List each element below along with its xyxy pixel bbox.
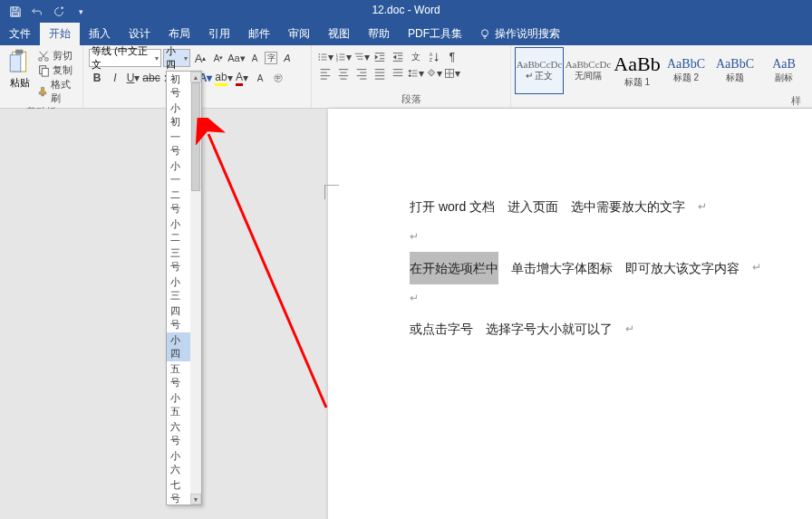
size-option[interactable]: 小五 xyxy=(167,390,190,419)
line-spacing-button[interactable]: ▾ xyxy=(408,65,424,82)
enclose-chars-button[interactable]: ㊥ xyxy=(270,70,286,86)
increase-indent-button[interactable] xyxy=(390,49,406,65)
text-line: ↵ xyxy=(410,223,763,251)
strikethrough-button[interactable]: abc xyxy=(143,70,160,86)
cut-button[interactable]: 剪切 xyxy=(37,49,77,62)
svg-rect-8 xyxy=(42,94,44,96)
font-name-combo[interactable]: 等线 (中文正文▾ xyxy=(89,49,161,67)
justify-button[interactable] xyxy=(372,65,388,82)
size-option[interactable]: 小三 xyxy=(167,274,190,303)
size-option[interactable]: 小四 xyxy=(167,332,190,361)
copy-button[interactable]: 复制 xyxy=(37,63,77,77)
tab-file[interactable]: 文件 xyxy=(0,23,40,45)
undo-icon[interactable] xyxy=(29,4,45,20)
change-case-button[interactable]: Aa▾ xyxy=(228,50,245,66)
tab-home[interactable]: 开始 xyxy=(40,23,80,45)
tab-mailings[interactable]: 邮件 xyxy=(239,23,279,45)
char-border-button[interactable]: 字 xyxy=(265,52,277,64)
underline-button[interactable]: U▾ xyxy=(125,70,141,86)
size-option[interactable]: 小六 xyxy=(167,448,190,477)
style-item[interactable]: AaBbC标题 2 xyxy=(662,47,710,94)
styles-gallery[interactable]: AaBbCcDc↵ 正文AaBbCcDc无间隔AaBb标题 1AaBbC标题 2… xyxy=(515,47,808,94)
text-line[interactable]: 或点击字号 选择字号大小就可以了↵ xyxy=(410,312,763,345)
size-option[interactable]: 初号 xyxy=(167,72,190,101)
text-line[interactable]: 在开始选项栏中 单击增大字体图标 即可放大该文字内容 ↵ xyxy=(410,252,763,284)
size-option[interactable]: 一号 xyxy=(167,130,190,159)
size-option[interactable]: 七号 xyxy=(167,477,190,505)
svg-rect-7 xyxy=(43,68,49,76)
distributed-button[interactable] xyxy=(390,65,406,82)
multilevel-list-button[interactable]: ▾ xyxy=(353,49,370,65)
align-right-button[interactable] xyxy=(353,65,370,82)
size-option[interactable]: 五号 xyxy=(167,361,190,390)
clear-formatting-button[interactable]: A xyxy=(279,50,295,66)
style-item[interactable]: AaBbCcDc↵ 正文 xyxy=(515,47,564,94)
size-option[interactable]: 小初 xyxy=(167,101,190,130)
page[interactable]: 打开 word 文档 进入页面 选中需要放大的文字 ↵ ↵ 在开始选项栏中 单击… xyxy=(328,109,812,519)
qat-dropdown-icon[interactable]: ▾ xyxy=(72,4,89,20)
size-option[interactable]: 三号 xyxy=(167,245,190,274)
svg-rect-3 xyxy=(10,55,21,72)
selected-text[interactable]: 在开始选项栏中 xyxy=(410,252,498,284)
size-option[interactable]: 四号 xyxy=(167,303,190,332)
group-styles: AaBbCcDc↵ 正文AaBbCcDc无间隔AaBb标题 1AaBbC标题 2… xyxy=(511,45,812,108)
size-option[interactable]: 六号 xyxy=(167,419,190,448)
chevron-down-icon: ▾ xyxy=(155,54,159,62)
lightbulb-icon xyxy=(478,28,491,41)
style-item[interactable]: AaBbC标题 xyxy=(710,47,759,94)
paste-button[interactable]: 粘贴 xyxy=(4,47,35,91)
scroll-track[interactable] xyxy=(190,82,201,494)
brush-icon xyxy=(37,85,48,98)
svg-point-5 xyxy=(45,57,49,61)
shrink-font-button[interactable]: A▾ xyxy=(210,50,227,66)
para-mark-icon: ↵ xyxy=(410,223,419,251)
scrollbar[interactable]: ▲ ▼ xyxy=(190,72,201,505)
font-size-combo[interactable]: 小四▾ xyxy=(163,49,190,67)
tab-pdf-tools[interactable]: PDF工具集 xyxy=(399,23,471,45)
save-icon[interactable] xyxy=(7,4,24,20)
tell-me-search[interactable]: 操作说明搜索 xyxy=(471,23,567,45)
align-center-button[interactable] xyxy=(335,65,352,82)
size-option[interactable]: 小二 xyxy=(167,216,190,245)
tab-layout[interactable]: 布局 xyxy=(160,23,199,45)
size-option[interactable]: 小一 xyxy=(167,159,190,187)
scroll-thumb[interactable] xyxy=(191,82,200,191)
shading-button[interactable]: ▾ xyxy=(426,65,442,82)
tab-insert[interactable]: 插入 xyxy=(80,23,120,45)
ribbon: 粘贴 剪切 复制 格式刷 剪贴板 等线 (中文正文▾ 小四▾ A▴ A▾ Aa▾… xyxy=(0,45,812,109)
italic-button[interactable]: I xyxy=(107,70,123,86)
scroll-up-icon[interactable]: ▲ xyxy=(190,72,201,82)
copy-icon xyxy=(37,64,50,77)
tab-references[interactable]: 引用 xyxy=(199,23,239,45)
bold-button[interactable]: B xyxy=(89,70,105,86)
highlight-color-button[interactable]: ab▾ xyxy=(216,70,232,86)
grow-font-button[interactable]: A▴ xyxy=(192,50,208,66)
numbering-button[interactable]: 123▾ xyxy=(335,49,352,65)
align-left-button[interactable] xyxy=(317,65,334,82)
size-option[interactable]: 二号 xyxy=(167,187,190,216)
font-size-dropdown[interactable]: 初号小初一号小一二号小二三号小三四号小四五号小五六号小六七号八号55.56.57… xyxy=(166,71,202,505)
text-direction-button[interactable]: 文 xyxy=(408,49,424,65)
redo-icon[interactable] xyxy=(51,4,67,20)
decrease-indent-button[interactable] xyxy=(372,49,388,65)
tab-review[interactable]: 审阅 xyxy=(279,23,319,45)
phonetic-guide-button[interactable]: A xyxy=(246,50,263,66)
format-painter-button[interactable]: 格式刷 xyxy=(37,78,77,105)
style-item[interactable]: AaBbCcDc无间隔 xyxy=(564,47,613,94)
paste-icon xyxy=(7,49,33,76)
sort-button[interactable]: AZ xyxy=(426,49,442,65)
bullets-button[interactable]: ▾ xyxy=(317,49,334,65)
style-item[interactable]: AaBb标题 1 xyxy=(613,47,662,94)
scroll-down-icon[interactable]: ▼ xyxy=(190,494,201,505)
borders-button[interactable]: ▾ xyxy=(444,65,460,82)
char-shading-button[interactable]: A xyxy=(252,70,268,86)
font-color-button[interactable]: A▾ xyxy=(234,70,250,86)
style-item[interactable]: AaB副标 xyxy=(759,47,808,94)
show-marks-button[interactable]: ¶ xyxy=(444,49,460,65)
tab-help[interactable]: 帮助 xyxy=(359,23,399,45)
text-line[interactable]: 打开 word 文档 进入页面 选中需要放大的文字 ↵ xyxy=(410,190,763,223)
group-clipboard: 粘贴 剪切 复制 格式刷 剪贴板 xyxy=(0,45,83,108)
tab-design[interactable]: 设计 xyxy=(120,23,160,45)
tab-view[interactable]: 视图 xyxy=(319,23,359,45)
paste-label: 粘贴 xyxy=(10,76,30,90)
